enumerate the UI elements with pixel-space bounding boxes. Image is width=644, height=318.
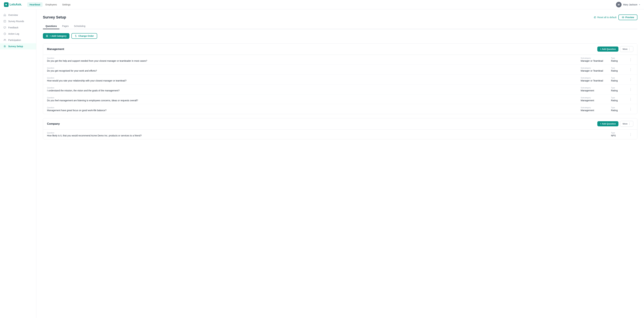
grid-icon [46, 35, 48, 37]
nav-tab-employees[interactable]: Employees [43, 2, 59, 7]
main-content: Survey Setup Reset all to default Previe… [36, 9, 644, 318]
subcategory-q6: SubcategoryManagement [581, 106, 607, 112]
question-menu-q2[interactable]: ⋮ [628, 67, 633, 72]
sidebar-item-feedback[interactable]: Feedback [0, 24, 36, 31]
svg-rect-12 [46, 36, 47, 37]
subcategory-value: Management [581, 89, 607, 92]
eye-icon [622, 16, 624, 19]
svg-rect-13 [47, 36, 48, 37]
question-text: I understand the mission, the vision and… [47, 89, 577, 92]
home-icon [3, 14, 6, 16]
question-row-q2: QuestionDo you get recognised for your w… [43, 65, 637, 74]
question-label: Question [47, 57, 577, 59]
question-row-q5: QuestionDo you feel management are liste… [43, 94, 637, 104]
question-main-q7: QuestionHow likely is it, that you would… [47, 132, 577, 137]
question-row-q3: QuestionHow would you rate your relation… [43, 74, 637, 84]
sidebar-item-overview[interactable]: Overview [0, 12, 36, 18]
category-company: Company+ Add QuestionMore ⋮QuestionHow l… [43, 118, 638, 139]
sidebar-item-survey-setup[interactable]: Survey Setup [0, 43, 36, 50]
svg-point-5 [4, 39, 5, 40]
logo-text: LetsAsk. [10, 3, 22, 6]
question-menu-q3[interactable]: ⋮ [628, 77, 633, 82]
more-button-management[interactable]: More ⋮ [620, 46, 633, 52]
content-tabs: Questions Pages Scheduling [43, 24, 638, 29]
type-label: Type [611, 106, 624, 108]
question-menu-q5[interactable]: ⋮ [628, 97, 633, 102]
question-label: Question [47, 67, 577, 69]
question-row-q6: QuestionManagement have great focus on g… [43, 104, 637, 114]
question-menu-q6[interactable]: ⋮ [628, 107, 633, 112]
nav-tab-settings[interactable]: Settings [60, 2, 73, 7]
question-menu-q1[interactable]: ⋮ [628, 57, 633, 62]
add-category-button[interactable]: + Add Category [43, 33, 70, 39]
ellipsis-icon: ⋮ [628, 48, 631, 51]
question-menu-q4[interactable]: ⋮ [628, 87, 633, 92]
type-value: Rating [611, 109, 624, 112]
page-title: Survey Setup [43, 15, 66, 20]
question-label: Question [47, 106, 577, 108]
sidebar-label-survey-setup: Survey Setup [8, 45, 23, 48]
svg-point-6 [5, 39, 6, 40]
question-text: Do you get the help and support needed f… [47, 60, 577, 62]
type-value: Rating [611, 79, 624, 82]
toolbar: + Add Category Change Order [43, 33, 638, 39]
sidebar-item-participation[interactable]: Participation [0, 37, 36, 43]
type-value: Rating [611, 89, 624, 92]
more-button-company[interactable]: More ⋮ [620, 121, 633, 127]
sidebar-label-feedback: Feedback [8, 26, 18, 29]
question-main-q2: QuestionDo you get recognised for your w… [47, 67, 577, 72]
question-main-q5: QuestionDo you feel management are liste… [47, 97, 577, 102]
category-name-management: Management [47, 48, 64, 51]
add-category-label: + Add Category [50, 35, 66, 37]
sidebar-label-action-log: Action Log [8, 32, 19, 35]
question-menu-q7[interactable]: ⋮ [628, 132, 633, 137]
question-text: How likely is it, that you would recomme… [47, 134, 577, 137]
subcategory-q1: SubcategoryManager or Teamlead [581, 57, 607, 62]
question-text: How would you rate your relationship wit… [47, 79, 577, 82]
type-q3: TypeRating [611, 77, 624, 82]
add-question-button-management[interactable]: + Add Question [597, 46, 618, 52]
subcategory-label: Subcategory [581, 67, 607, 69]
tab-questions[interactable]: Questions [43, 24, 60, 29]
svg-rect-1 [4, 20, 6, 22]
subcategory-value: Management [581, 99, 607, 102]
more-label: More [622, 122, 628, 125]
sidebar-label-survey-rounds: Survey Rounds [8, 20, 24, 22]
chevron-down-icon: ▾ [639, 4, 640, 6]
tab-scheduling[interactable]: Scheduling [71, 24, 88, 29]
add-question-button-company[interactable]: + Add Question [597, 121, 618, 126]
categories-container: Management+ Add QuestionMore ⋮QuestionDo… [43, 44, 638, 139]
subcategory-value: Manager or Teamlead [581, 70, 607, 72]
subcategory-label: Subcategory [581, 77, 607, 79]
subcategory-q4: SubcategoryManagement [581, 87, 607, 92]
user-menu[interactable]: M Mary Jackson ▾ [616, 2, 640, 8]
svg-rect-11 [47, 35, 48, 36]
sidebar-item-action-log[interactable]: Action Log [0, 31, 36, 37]
tab-pages[interactable]: Pages [60, 24, 71, 29]
question-label: Question [47, 97, 577, 99]
reset-icon [594, 16, 596, 19]
gear-icon [3, 45, 6, 48]
logo[interactable]: LetsAsk. [4, 2, 22, 7]
nav-tabs: Heartbeat Employees Settings [27, 2, 73, 7]
question-text: Do you feel management are listening to … [47, 99, 577, 102]
type-label: Type [611, 67, 624, 69]
category-header-company: Company+ Add QuestionMore ⋮ [43, 118, 637, 130]
type-q4: TypeRating [611, 87, 624, 92]
svg-point-9 [623, 17, 624, 18]
question-row-q7: QuestionHow likely is it, that you would… [43, 130, 637, 139]
more-label: More [622, 48, 628, 50]
type-value: Rating [611, 99, 624, 102]
subcategory-label: Subcategory [581, 97, 607, 99]
preview-button[interactable]: Preview [618, 14, 638, 20]
nav-tab-heartbeat[interactable]: Heartbeat [27, 2, 42, 7]
sidebar-item-survey-rounds[interactable]: Survey Rounds [0, 18, 36, 24]
reset-button[interactable]: Reset all to default [594, 16, 616, 19]
category-name-company: Company [47, 122, 60, 126]
question-label: Question [47, 132, 577, 134]
avatar: M [616, 2, 622, 8]
sidebar-label-participation: Participation [8, 39, 21, 42]
subcategory-value: Manager or Teamlead [581, 60, 607, 62]
type-value: NPS [611, 134, 624, 137]
change-order-button[interactable]: Change Order [72, 33, 97, 39]
